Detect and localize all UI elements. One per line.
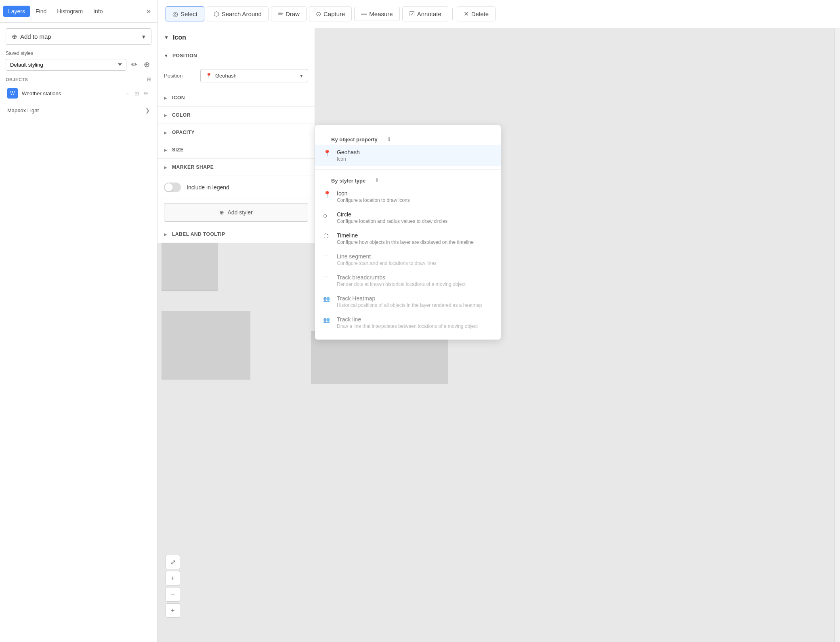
basemap-chevron-icon: ❯ [145,107,150,113]
dropdown-circle-item[interactable]: ○ Circle Configure location and radius v… [315,207,501,228]
opacity-section-row[interactable]: ▶ OPACITY [158,124,315,141]
dropdown-panel: By object property ℹ 📍 Geohash Icon By s… [315,125,501,340]
measure-icon: ━━ [361,11,367,17]
legend-label: Include in legend [187,184,229,191]
app-container: Layers Find Histogram Info » ⊕ Add to ma… [0,0,840,642]
toolbar-measure-btn[interactable]: ━━ Measure [354,7,399,21]
tab-info[interactable]: Info [88,6,107,17]
position-value: Geohash [215,73,237,79]
size-section-title: SIZE [172,147,184,153]
track-breadcrumbs-icon: ··· [323,275,331,279]
track-breadcrumbs-title: Track breadcrumbs [337,274,493,281]
toolbar-draw-btn[interactable]: ✏ Draw [271,6,307,21]
tab-layers[interactable]: Layers [3,6,30,17]
by-styler-type-header: By styler type ℹ [315,173,501,186]
toolbar-select-btn[interactable]: ◎ Select [166,6,204,21]
style-panel-header: ▼ Icon [158,28,315,47]
draw-icon: ✏ [278,10,283,18]
dropdown-divider [315,169,501,170]
color-section-row[interactable]: ▶ COLOR [158,107,315,124]
geohash-pin-icon: 📍 [323,149,331,157]
fit-icon: ⤢ [170,558,176,566]
position-dropdown-arrow-icon: ▾ [300,73,303,79]
by-object-property-title: By object property [323,133,386,145]
track-breadcrumbs-desc: Render dots at known historical location… [337,281,493,287]
add-styler-btn[interactable]: ⊕ Add styler [164,203,308,222]
opacity-arrow-icon: ▶ [164,130,167,135]
map-area: ◎ Select ⬡ Search Around ✏ Draw ⊙ Captur… [158,0,840,642]
dropdown-track-breadcrumbs-item[interactable]: ··· Track breadcrumbs Render dots at kno… [315,270,501,291]
layer-more-btn[interactable]: ··· [124,90,131,97]
dropdown-icon-item[interactable]: 📍 Icon Configure a location to draw icon… [315,186,501,207]
sidebar-tabs: Layers Find Histogram Info » [0,0,157,23]
delete-icon: ✕ [464,10,469,18]
track-heatmap-title: Track Heatmap [337,295,493,302]
zoom-out-icon: − [171,591,174,598]
annotate-icon: ☑ [409,10,415,18]
select-icon: ◎ [172,10,178,18]
add-to-map-label: Add to map [20,33,51,40]
toolbar-separator [452,8,453,20]
size-arrow-icon: ▶ [164,148,167,152]
style-panel-title: Icon [173,34,186,41]
toolbar-search-around-btn[interactable]: ⬡ Search Around [207,6,269,21]
marker-shape-section-row[interactable]: ▶ MARKER SHAPE [158,159,315,176]
more-controls-btn[interactable]: + [166,603,180,618]
position-arrow-icon: ▼ [164,53,168,58]
tab-histogram[interactable]: Histogram [52,6,88,17]
position-section-title: POSITION [172,53,197,59]
label-tooltip-row[interactable]: ▶ LABEL AND TOOLTIP [158,226,315,243]
toolbar-capture-label: Capture [323,10,345,17]
position-section: ▼ POSITION Position 📍 Geohash ▾ [158,47,315,89]
icon-section-title: ICON [172,95,185,101]
fit-map-btn[interactable]: ⤢ [166,555,180,569]
legend-toggle[interactable] [164,183,181,192]
layer-edit-btn[interactable]: ⊡ [133,90,141,97]
circle-desc: Configure location and radius values to … [337,218,493,224]
layer-name: Weather stations [22,90,124,97]
geohash-title: Geohash [337,149,493,155]
map-tile [162,311,250,380]
tab-find[interactable]: Find [31,6,51,17]
zoom-in-btn[interactable]: + [166,571,180,585]
dropdown-track-line-item[interactable]: 👥 Track line Draw a line that interpolat… [315,312,501,333]
zoom-out-btn[interactable]: − [166,587,180,602]
dropdown-line-segment-item[interactable]: ··· Line segment Configure start and end… [315,249,501,270]
timeline-desc: Configure how objects in this layer are … [337,239,493,245]
toolbar-search-around-label: Search Around [222,10,262,17]
objects-icon[interactable]: ⊞ [147,76,151,82]
legend-row: Include in legend [158,176,315,199]
add-style-btn[interactable]: ⊕ [142,59,151,71]
styler-icon-desc: Configure a location to draw icons [337,197,493,203]
style-panel: ▼ Icon ▼ POSITION Position 📍 Geohash ▾ [158,28,315,243]
marker-shape-section-title: MARKER SHAPE [172,164,214,170]
sidebar-collapse-btn[interactable]: » [143,5,154,17]
add-to-map-button[interactable]: ⊕ Add to map ▾ [6,28,151,45]
basemap-item[interactable]: Mapbox Light ❯ [6,104,151,117]
position-select[interactable]: 📍 Geohash ▾ [200,69,308,82]
layer-item-weather-stations[interactable]: W Weather stations ··· ⊡ ✏ [6,85,151,102]
color-arrow-icon: ▶ [164,113,167,117]
toolbar-draw-label: Draw [286,10,300,17]
position-section-header[interactable]: ▼ POSITION [158,47,315,64]
by-styler-type-info-icon[interactable]: ℹ [376,177,378,183]
panel-collapse-icon[interactable]: ▼ [164,35,169,40]
icon-section-row[interactable]: ▶ ICON [158,89,315,107]
dropdown-track-heatmap-item[interactable]: 👥 Track Heatmap Historical positions of … [315,291,501,312]
layer-style-btn[interactable]: ✏ [142,90,150,97]
toolbar-annotate-btn[interactable]: ☑ Annotate [402,6,448,21]
saved-styles-select[interactable]: Default styling [6,59,126,71]
zoom-in-icon: + [171,575,174,582]
dropdown-timeline-item[interactable]: ⏱ Timeline Configure how objects in this… [315,228,501,249]
scrollbar[interactable] [834,28,840,642]
dropdown-geohash-item[interactable]: 📍 Geohash Icon [315,145,501,166]
label-tooltip-title: LABEL AND TOOLTIP [172,231,225,237]
saved-styles-section: Saved styles Default styling ✏ ⊕ [6,50,151,71]
edit-style-btn[interactable]: ✏ [130,59,139,71]
size-section-row[interactable]: ▶ SIZE [158,141,315,159]
toggle-knob [165,183,173,191]
toolbar-delete-btn[interactable]: ✕ Delete [457,6,496,21]
toolbar-capture-btn[interactable]: ⊙ Capture [309,6,352,21]
track-line-title: Track line [337,316,493,323]
by-object-property-info-icon[interactable]: ℹ [388,136,390,142]
